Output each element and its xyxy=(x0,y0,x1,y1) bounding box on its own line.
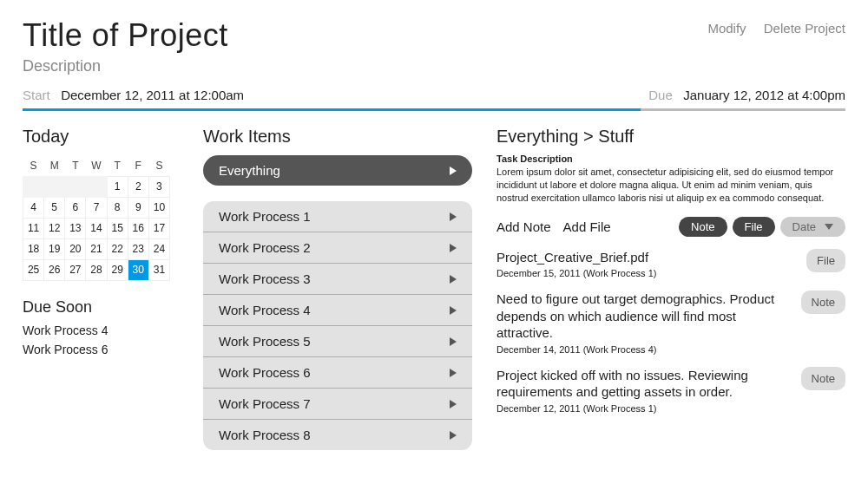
filter-note-pill[interactable]: Note xyxy=(679,217,727,237)
breadcrumb: Everything > Stuff xyxy=(496,127,845,147)
filter-file-pill[interactable]: File xyxy=(733,217,775,237)
add-note-button[interactable]: Add Note xyxy=(496,219,551,234)
work-process-label: Work Process 7 xyxy=(219,396,311,411)
feed-item-badge: File xyxy=(806,249,845,272)
project-description: Description xyxy=(23,57,845,75)
calendar-day[interactable]: 31 xyxy=(148,259,169,280)
chevron-right-icon xyxy=(450,337,457,346)
calendar-day[interactable]: 2 xyxy=(128,176,148,197)
work-process-row[interactable]: Work Process 7 xyxy=(203,389,472,420)
work-process-label: Work Process 5 xyxy=(219,334,311,349)
calendar-day[interactable]: 14 xyxy=(86,218,107,238)
work-process-row[interactable]: Work Process 2 xyxy=(203,232,472,264)
chevron-right-icon xyxy=(450,244,457,252)
feed-item-title: Need to figure out target demographics. … xyxy=(496,291,791,342)
feed-item-meta: December 15, 2011 (Work Process 1) xyxy=(496,268,796,278)
work-items-heading: Work Items xyxy=(203,127,472,147)
work-process-label: Work Process 4 xyxy=(219,303,311,317)
calendar-day[interactable]: 30 xyxy=(128,259,148,280)
calendar-day[interactable]: 13 xyxy=(65,218,86,238)
feed-item[interactable]: Need to figure out target demographics. … xyxy=(496,291,845,355)
work-process-row[interactable]: Work Process 1 xyxy=(203,201,472,232)
feed-item[interactable]: Project kicked off with no issues. Revie… xyxy=(496,367,845,414)
task-description: Lorem ipsum dolor sit amet, consectetur … xyxy=(496,166,845,205)
calendar-day[interactable]: 20 xyxy=(65,238,86,259)
delete-project-button[interactable]: Delete Project xyxy=(764,21,845,36)
feed-item-title: Project kicked off with no issues. Revie… xyxy=(496,367,791,401)
work-process-label: Work Process 3 xyxy=(219,271,311,286)
calendar-day[interactable]: 6 xyxy=(65,197,86,218)
calendar-day[interactable]: 29 xyxy=(107,259,128,280)
work-process-row[interactable]: Work Process 3 xyxy=(203,264,472,295)
calendar-day[interactable]: 15 xyxy=(107,218,128,238)
calendar-day[interactable]: 11 xyxy=(23,218,44,238)
calendar-day[interactable]: 19 xyxy=(44,238,65,259)
due-soon-item[interactable]: Work Process 6 xyxy=(23,343,179,356)
feed-item-badge: Note xyxy=(801,291,845,314)
feed-item-meta: December 14, 2011 (Work Process 4) xyxy=(496,344,791,355)
calendar-dow: F xyxy=(128,155,148,176)
chevron-right-icon xyxy=(450,400,457,408)
calendar-dow: T xyxy=(65,155,86,176)
work-process-label: Work Process 6 xyxy=(219,365,311,380)
calendar-day[interactable]: 25 xyxy=(23,259,44,280)
calendar-day[interactable]: 5 xyxy=(44,197,65,218)
add-file-button[interactable]: Add File xyxy=(563,219,611,234)
calendar-day[interactable]: 16 xyxy=(128,218,148,238)
feed-item-badge: Note xyxy=(801,367,845,390)
calendar-day[interactable]: 24 xyxy=(148,238,169,259)
calendar-day[interactable]: 9 xyxy=(128,197,148,218)
due-soon-item[interactable]: Work Process 4 xyxy=(23,323,179,337)
calendar-day[interactable]: 4 xyxy=(23,197,44,218)
due-label: Due xyxy=(648,88,673,102)
calendar-dow: S xyxy=(148,155,169,176)
due-soon-heading: Due Soon xyxy=(23,298,179,317)
work-process-row[interactable]: Work Process 6 xyxy=(203,357,472,389)
calendar-day[interactable]: 18 xyxy=(23,238,44,259)
due-date: January 12, 2012 at 4:00pm xyxy=(683,88,845,102)
calendar-day[interactable]: 7 xyxy=(86,197,107,218)
calendar-day[interactable]: 22 xyxy=(107,238,128,259)
calendar-day[interactable]: 8 xyxy=(107,197,128,218)
chevron-right-icon xyxy=(450,369,457,377)
calendar-dow: M xyxy=(44,155,65,176)
work-process-row[interactable]: Work Process 5 xyxy=(203,326,472,357)
calendar-dow: T xyxy=(107,155,128,176)
task-description-label: Task Description xyxy=(496,154,845,164)
start-label: Start xyxy=(23,88,50,102)
feed-item[interactable]: Project_Creative_Brief.pdfDecember 15, 2… xyxy=(496,249,845,279)
filter-date-label: Date xyxy=(792,220,816,233)
chevron-right-icon xyxy=(450,167,457,175)
work-process-row[interactable]: Work Process 4 xyxy=(203,295,472,326)
chevron-right-icon xyxy=(450,306,457,315)
modify-button[interactable]: Modify xyxy=(707,21,746,36)
calendar-day[interactable]: 27 xyxy=(65,259,86,280)
calendar[interactable]: SMTWTFS 12345678910111213141516171819202… xyxy=(23,155,170,281)
feed-item-meta: December 12, 2011 (Work Process 1) xyxy=(496,403,791,414)
today-heading: Today xyxy=(23,127,179,147)
work-process-row[interactable]: Work Process 8 xyxy=(203,420,472,450)
chevron-right-icon xyxy=(450,275,457,284)
calendar-day[interactable]: 23 xyxy=(128,238,148,259)
calendar-day[interactable]: 26 xyxy=(44,259,65,280)
calendar-dow: W xyxy=(86,155,107,176)
chevron-right-icon xyxy=(450,431,457,440)
calendar-dow: S xyxy=(23,155,44,176)
work-process-label: Work Process 2 xyxy=(219,240,311,255)
everything-filter[interactable]: Everything xyxy=(203,155,472,186)
work-process-label: Work Process 1 xyxy=(219,209,311,224)
filter-date-dropdown[interactable]: Date xyxy=(780,217,845,237)
chevron-down-icon xyxy=(825,224,833,230)
calendar-day[interactable]: 10 xyxy=(148,197,169,218)
calendar-day[interactable]: 28 xyxy=(86,259,107,280)
chevron-right-icon xyxy=(450,212,457,221)
calendar-day[interactable]: 1 xyxy=(107,176,128,197)
work-process-label: Work Process 8 xyxy=(219,428,311,442)
calendar-day[interactable]: 12 xyxy=(44,218,65,238)
feed-item-title: Project_Creative_Brief.pdf xyxy=(496,249,796,266)
calendar-day[interactable]: 3 xyxy=(148,176,169,197)
start-date: December 12, 2011 at 12:00am xyxy=(61,88,244,102)
calendar-day[interactable]: 17 xyxy=(148,218,169,238)
calendar-day[interactable]: 21 xyxy=(86,238,107,259)
everything-label: Everything xyxy=(219,163,280,178)
